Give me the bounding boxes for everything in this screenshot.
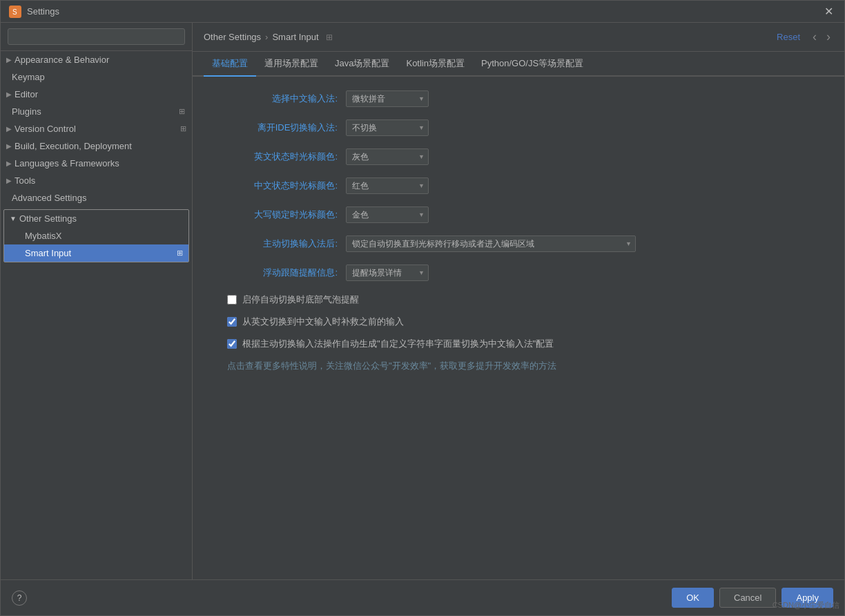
checkbox-row-autogen: 根据主动切换输入法操作自动生成"自定义字符串字面量切换为中文输入法"配置: [213, 338, 824, 350]
sidebar-item-advanced[interactable]: Advanced Settings: [1, 189, 192, 206]
watermark: CSDN@小尘爱自信: [773, 600, 839, 610]
sidebar-item-label: Advanced Settings: [12, 193, 86, 203]
bottom-left: ?: [12, 590, 27, 606]
sidebar-item-label: Build, Execution, Deployment: [14, 141, 132, 151]
breadcrumb-icon: ⊞: [326, 32, 333, 42]
select-wrapper-capslock-color: 金色 灰色 红色 白色: [346, 206, 429, 223]
select-english-color[interactable]: 灰色 白色 黑色 红色: [346, 148, 429, 165]
sidebar-item-mybatisx[interactable]: MybatisX: [4, 227, 188, 244]
main-panel: Other Settings › Smart Input ⊞ Reset ‹ ›…: [193, 23, 844, 579]
select-wrapper-chinese-color: 红色 灰色 白色 黑色: [346, 177, 429, 194]
settings-content: 选择中文输入法: 微软拼音 搜狗拼音 其他 离开IDE切换输入法:: [193, 77, 844, 579]
sidebar-item-label: Editor: [14, 89, 38, 99]
arrow-icon: ▶: [6, 90, 12, 98]
checkbox-autogen-label: 根据主动切换输入法操作自动生成"自定义字符串字面量切换为中文输入法"配置: [242, 338, 554, 350]
sidebar-item-smart-input[interactable]: Smart Input ⊞: [4, 244, 188, 262]
breadcrumb-bar: Other Settings › Smart Input ⊞ Reset ‹ ›: [193, 23, 844, 52]
search-box: [1, 23, 192, 51]
form-row-float-tip: 浮动跟随提醒信息: 提醒场景详情 不提醒 简单提醒: [213, 264, 824, 281]
help-button[interactable]: ?: [12, 590, 27, 606]
sidebar: ▶ Appearance & Behavior Keymap ▶ Editor …: [1, 23, 193, 579]
sidebar-item-build[interactable]: ▶ Build, Execution, Deployment: [1, 137, 192, 155]
sidebar-item-editor[interactable]: ▶ Editor: [1, 86, 192, 103]
form-row-auto-switch: 主动切换输入法后: 锁定自动切换直到光标跨行移动或者进入编码区域 立即恢复自动切…: [213, 235, 824, 252]
arrow-icon: ▶: [6, 56, 12, 64]
sidebar-item-label: Version Control: [14, 124, 76, 134]
sidebar-item-label: Tools: [14, 175, 35, 186]
sidebar-item-version-control[interactable]: ▶ Version Control ⊞: [1, 120, 192, 137]
checkbox-autogen[interactable]: [227, 339, 237, 349]
sidebar-item-label: Appearance & Behavior: [14, 55, 109, 65]
sidebar-item-other-settings[interactable]: ▼ Other Settings: [4, 210, 188, 227]
label-english-color: 英文状态时光标颜色:: [213, 151, 338, 163]
bottom-bar: ? OK Cancel Apply: [1, 579, 844, 615]
arrow-icon: ▶: [6, 177, 12, 184]
content-area: ▶ Appearance & Behavior Keymap ▶ Editor …: [1, 23, 844, 579]
sidebar-item-appearance[interactable]: ▶ Appearance & Behavior: [1, 51, 192, 68]
sidebar-item-tools[interactable]: ▶ Tools: [1, 172, 192, 189]
tab-basic[interactable]: 基础配置: [204, 52, 256, 77]
select-wrapper-float-tip: 提醒场景详情 不提醒 简单提醒: [346, 264, 429, 281]
forward-button[interactable]: ›: [824, 28, 833, 46]
tab-kotlin[interactable]: Kotlin场景配置: [398, 52, 473, 77]
select-wrapper-input-method: 微软拼音 搜狗拼音 其他: [346, 90, 429, 107]
ok-button[interactable]: OK: [672, 588, 714, 608]
app-icon: S: [9, 6, 21, 18]
form-row-chinese-color: 中文状态时光标颜色: 红色 灰色 白色 黑色: [213, 177, 824, 194]
checkbox-row-restore: 从英文切换到中文输入时补救之前的输入: [213, 316, 824, 328]
search-input[interactable]: [8, 28, 185, 45]
select-wrapper-leave-ide: 不切换 切换到英文 切换到中文: [346, 119, 429, 136]
label-capslock-color: 大写锁定时光标颜色:: [213, 209, 338, 221]
arrow-icon: ▶: [6, 160, 12, 167]
sidebar-item-languages[interactable]: ▶ Languages & Frameworks: [1, 155, 192, 172]
form-row-capslock-color: 大写锁定时光标颜色: 金色 灰色 红色 白色: [213, 206, 824, 223]
smart-input-badge: ⊞: [177, 249, 183, 258]
form-row-leave-ide: 离开IDE切换输入法: 不切换 切换到英文 切换到中文: [213, 119, 824, 136]
label-leave-ide: 离开IDE切换输入法:: [213, 122, 338, 134]
select-float-tip[interactable]: 提醒场景详情 不提醒 简单提醒: [346, 264, 429, 281]
select-capslock-color[interactable]: 金色 灰色 红色 白色: [346, 206, 429, 223]
sidebar-item-plugins[interactable]: Plugins ⊞: [1, 103, 192, 120]
select-wrapper-auto-switch: 锁定自动切换直到光标跨行移动或者进入编码区域 立即恢复自动切换 从不自动切换: [346, 235, 636, 252]
label-auto-switch: 主动切换输入法后:: [213, 238, 338, 250]
label-float-tip: 浮动跟随提醒信息:: [213, 267, 338, 279]
tabs-bar: 基础配置 通用场景配置 Java场景配置 Kotlin场景配置 Python/G…: [193, 52, 844, 77]
breadcrumb-current: Smart Input: [272, 32, 318, 42]
select-leave-ide[interactable]: 不切换 切换到英文 切换到中文: [346, 119, 429, 136]
plugins-badge: ⊞: [179, 107, 185, 116]
sidebar-item-label: Plugins: [12, 106, 41, 117]
sidebar-item-label: Smart Input: [25, 248, 71, 258]
settings-window: S Settings ✕ ▶ Appearance & Behavior Key…: [0, 0, 845, 616]
select-wrapper-english-color: 灰色 白色 黑色 红色: [346, 148, 429, 165]
select-input-method[interactable]: 微软拼音 搜狗拼音 其他: [346, 90, 429, 107]
close-button[interactable]: ✕: [822, 2, 836, 21]
select-auto-switch[interactable]: 锁定自动切换直到光标跨行移动或者进入编码区域 立即恢复自动切换 从不自动切换: [346, 235, 636, 252]
sidebar-item-label: Keymap: [12, 72, 45, 82]
sidebar-item-keymap[interactable]: Keymap: [1, 68, 192, 86]
arrow-icon: ▶: [6, 125, 12, 133]
arrow-icon: ▼: [10, 215, 17, 222]
tab-python[interactable]: Python/GO/JS等场景配置: [473, 52, 592, 77]
title-bar: S Settings ✕: [1, 1, 844, 23]
cancel-button[interactable]: Cancel: [719, 588, 776, 608]
checkbox-row-bubble: 启停自动切换时底部气泡提醒: [213, 293, 824, 306]
info-link[interactable]: 点击查看更多特性说明，关注微信公众号"开发效率"，获取更多提升开发效率的方法: [213, 360, 824, 372]
select-chinese-color[interactable]: 红色 灰色 白色 黑色: [346, 177, 429, 194]
breadcrumb-parent: Other Settings: [204, 32, 261, 42]
tab-common[interactable]: 通用场景配置: [256, 52, 327, 77]
tab-java[interactable]: Java场景配置: [327, 52, 398, 77]
checkbox-restore[interactable]: [227, 317, 237, 327]
form-row-english-color: 英文状态时光标颜色: 灰色 白色 黑色 红色: [213, 148, 824, 165]
back-button[interactable]: ‹: [810, 28, 819, 46]
other-settings-group: ▼ Other Settings MybatisX Smart Input ⊞: [3, 209, 189, 262]
vcs-badge: ⊞: [180, 124, 186, 133]
reset-link[interactable]: Reset: [777, 32, 800, 42]
label-input-method: 选择中文输入法:: [213, 93, 338, 105]
sidebar-item-label: MybatisX: [25, 231, 61, 241]
sidebar-item-label: Languages & Frameworks: [14, 158, 119, 169]
checkbox-bubble-label: 启停自动切换时底部气泡提醒: [242, 293, 359, 306]
breadcrumb-separator: ›: [265, 32, 268, 42]
sidebar-item-label: Other Settings: [19, 213, 77, 224]
checkbox-bubble[interactable]: [227, 295, 237, 305]
window-title: Settings: [27, 6, 822, 17]
